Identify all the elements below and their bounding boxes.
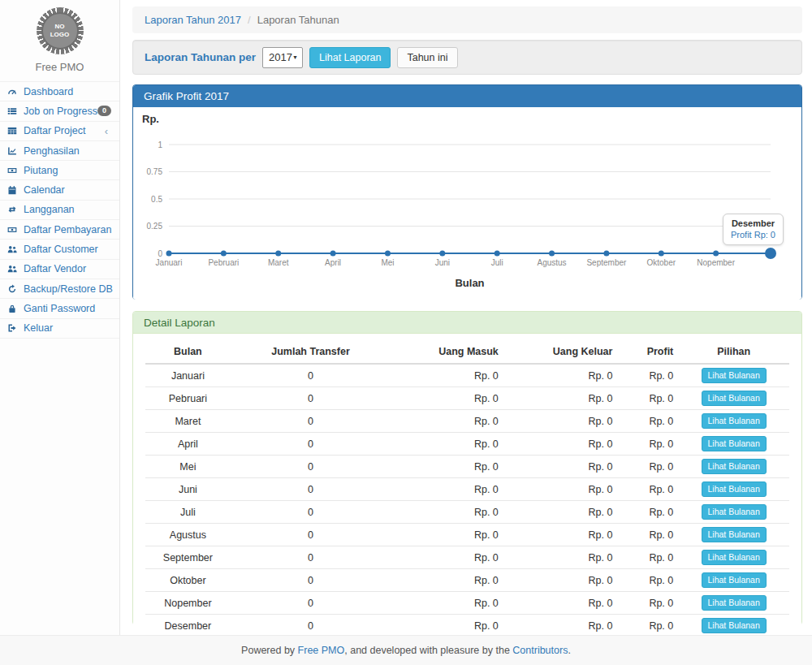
profit-chart-body: Rp. 10.750.50.250JanuariPebruariMaretApr… — [133, 107, 801, 300]
cell-uang_keluar: Rp. 0 — [503, 456, 618, 478]
cell-uang_masuk: Rp. 0 — [391, 364, 503, 387]
table-row: Agustus0Rp. 0Rp. 0Rp. 0Lihat Bulanan — [145, 524, 789, 546]
data-point[interactable] — [275, 251, 281, 257]
lihat-bulanan-button[interactable]: Lihat Bulanan — [702, 459, 767, 474]
cell-uang_keluar: Rp. 0 — [503, 546, 618, 569]
x-tick-label: Juli — [491, 258, 503, 267]
tahun-ini-button[interactable]: Tahun ini — [397, 47, 457, 68]
data-point[interactable] — [330, 251, 336, 257]
caret-down-icon: ▼ — [292, 54, 298, 60]
breadcrumb-link-laporan-tahun[interactable]: Laporan Tahun 2017 — [145, 14, 241, 26]
col-header-uang-masuk: Uang Masuk — [391, 341, 503, 364]
data-point[interactable] — [549, 251, 555, 257]
cell-pilihan: Lihat Bulanan — [678, 524, 789, 546]
sidebar-item-daftar-project[interactable]: Daftar Project ‹ — [0, 122, 119, 141]
lihat-bulanan-button[interactable]: Lihat Bulanan — [702, 527, 767, 542]
x-tick-label: Pebruari — [208, 258, 239, 267]
col-header-uang-keluar: Uang Keluar — [503, 341, 618, 364]
profit-chart-panel: Grafik Profit 2017 Rp. 10.750.50.250Janu… — [132, 84, 802, 300]
sidebar-item-daftar-pembayaran[interactable]: Daftar Pembayaran — [0, 220, 119, 240]
x-tick-label: Nopember — [697, 258, 735, 267]
tasks-icon — [7, 106, 19, 116]
lihat-bulanan-button[interactable]: Lihat Bulanan — [702, 436, 767, 451]
cell-bulan: Agustus — [145, 524, 231, 546]
sidebar-item-keluar[interactable]: Keluar — [0, 319, 119, 339]
year-select-value: 2017 — [269, 51, 292, 63]
cell-bulan: Januari — [145, 364, 231, 387]
chevron-left-icon: ‹ — [105, 126, 108, 136]
calendar-icon — [7, 185, 19, 195]
table-row: April0Rp. 0Rp. 0Rp. 0Lihat Bulanan — [145, 433, 789, 456]
cell-uang_masuk: Rp. 0 — [391, 433, 503, 456]
cell-bulan: Maret — [145, 410, 231, 433]
sign-out-icon — [7, 323, 19, 333]
lihat-bulanan-button[interactable]: Lihat Bulanan — [702, 368, 767, 383]
cell-jumlah_transfer: 0 — [231, 546, 391, 569]
footer-link-free-pmo[interactable]: Free PMO — [298, 645, 345, 656]
lihat-bulanan-button[interactable]: Lihat Bulanan — [702, 481, 767, 497]
lihat-bulanan-button[interactable]: Lihat Bulanan — [702, 550, 767, 565]
no-logo-badge: NO LOGO — [37, 7, 84, 54]
lihat-bulanan-button[interactable]: Lihat Bulanan — [702, 595, 767, 611]
lock-icon — [7, 304, 19, 313]
cell-uang_masuk: Rp. 0 — [391, 501, 503, 524]
table-row: Juli0Rp. 0Rp. 0Rp. 0Lihat Bulanan — [145, 501, 789, 524]
profit-chart-title: Grafik Profit 2017 — [133, 85, 801, 107]
sidebar-item-penghasilan[interactable]: Penghasilan — [0, 141, 119, 161]
cell-pilihan: Lihat Bulanan — [678, 569, 789, 592]
y-tick-label: 1 — [158, 140, 162, 149]
data-point[interactable] — [603, 251, 609, 257]
cell-profit: Rp. 0 — [617, 501, 678, 524]
footer: Powered by Free PMO, and developed with … — [0, 635, 812, 665]
sidebar-item-backup-restore-db[interactable]: Backup/Restore DB — [0, 279, 119, 299]
cell-uang_keluar: Rp. 0 — [503, 615, 618, 637]
lihat-bulanan-button[interactable]: Lihat Bulanan — [702, 413, 767, 429]
lihat-bulanan-button[interactable]: Lihat Bulanan — [702, 504, 767, 520]
detail-laporan-body: Bulan Jumlah Transfer Uang Masuk Uang Ke… — [133, 334, 801, 657]
cell-pilihan: Lihat Bulanan — [678, 410, 789, 433]
data-point[interactable] — [221, 251, 227, 257]
cell-jumlah_transfer: 0 — [231, 387, 391, 410]
data-point[interactable] — [439, 251, 445, 257]
sidebar-item-job-on-progress[interactable]: Job on Progress 0 — [0, 101, 119, 121]
profit-chart-svg: 10.750.50.250JanuariPebruariMaretAprilMe… — [133, 132, 801, 294]
y-tick-label: 0 — [158, 249, 162, 258]
footer-text-middle: , and developed with pleasure by the — [344, 645, 512, 656]
x-tick-label: Januari — [156, 258, 183, 267]
sidebar-item-calendar[interactable]: Calendar — [0, 180, 119, 200]
data-point[interactable] — [659, 251, 664, 257]
cell-uang_masuk: Rp. 0 — [391, 478, 503, 501]
lihat-bulanan-button[interactable]: Lihat Bulanan — [702, 618, 767, 633]
table-header-row: Bulan Jumlah Transfer Uang Masuk Uang Ke… — [145, 341, 789, 364]
sidebar: NO LOGO Free PMO Dashboard Job on Progre… — [0, 0, 120, 635]
footer-text-suffix: . — [568, 645, 570, 656]
cell-bulan: Juli — [145, 501, 231, 524]
data-point-highlighted[interactable] — [765, 248, 776, 259]
sidebar-item-piutang[interactable]: Piutang — [0, 161, 119, 180]
sidebar-item-daftar-vendor[interactable]: Daftar Vendor — [0, 260, 119, 279]
y-tick-label: 0.75 — [147, 167, 163, 176]
lihat-laporan-button[interactable]: Lihat Laporan — [309, 47, 391, 68]
footer-link-contributors[interactable]: Contributors — [512, 645, 568, 656]
lihat-bulanan-button[interactable]: Lihat Bulanan — [702, 391, 767, 406]
cell-uang_masuk: Rp. 0 — [391, 524, 503, 546]
sidebar-item-ganti-password[interactable]: Ganti Password — [0, 299, 119, 318]
sidebar-item-langganan[interactable]: Langganan — [0, 201, 119, 220]
cell-uang_keluar: Rp. 0 — [503, 433, 618, 456]
sidebar-item-dashboard[interactable]: Dashboard — [0, 82, 119, 101]
x-tick-label: Oktober — [646, 258, 676, 267]
year-select[interactable]: 2017 ▼ — [262, 47, 303, 68]
data-point[interactable] — [166, 251, 172, 257]
cell-uang_keluar: Rp. 0 — [503, 569, 618, 592]
data-point[interactable] — [495, 251, 500, 257]
sidebar-item-daftar-customer[interactable]: Daftar Customer — [0, 240, 119, 259]
data-point[interactable] — [385, 251, 391, 257]
table-row: Mei0Rp. 0Rp. 0Rp. 0Lihat Bulanan — [145, 456, 789, 478]
cell-uang_keluar: Rp. 0 — [503, 501, 618, 524]
lihat-bulanan-button[interactable]: Lihat Bulanan — [702, 572, 767, 588]
cell-uang_masuk: Rp. 0 — [391, 456, 503, 478]
users-icon — [7, 264, 19, 274]
cell-profit: Rp. 0 — [617, 546, 678, 569]
refresh-icon — [7, 284, 19, 294]
data-point[interactable] — [713, 251, 719, 257]
